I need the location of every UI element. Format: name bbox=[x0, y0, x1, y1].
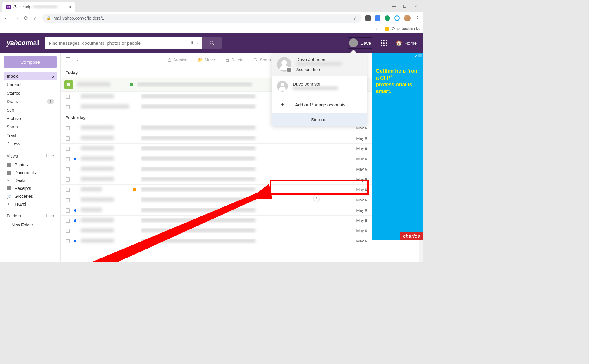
search-container: ⊪ ⌄ bbox=[45, 37, 222, 49]
view-deals[interactable]: ✂Deals bbox=[4, 177, 57, 184]
new-tab-button[interactable]: + bbox=[79, 3, 82, 9]
message-checkbox[interactable] bbox=[66, 188, 70, 192]
extension-icon[interactable] bbox=[394, 15, 400, 21]
bookmark-star-icon[interactable]: ☆ bbox=[353, 15, 357, 21]
view-documents[interactable]: Documents bbox=[4, 169, 57, 177]
minimize-button[interactable]: — bbox=[392, 4, 396, 8]
message-row[interactable]: May 6 bbox=[61, 195, 372, 205]
tab-close-icon[interactable]: × bbox=[69, 5, 71, 9]
forward-button[interactable]: → bbox=[13, 15, 19, 21]
compose-button[interactable]: Compose bbox=[4, 56, 57, 68]
message-row[interactable]: May 6 bbox=[61, 216, 372, 226]
yahoo-mail-logo[interactable]: yahoo!mail bbox=[7, 39, 39, 47]
delete-icon: 🗑 bbox=[225, 57, 229, 62]
sidebar-item-inbox[interactable]: Inbox 5 bbox=[4, 72, 57, 80]
message-row[interactable]: May 6 bbox=[61, 164, 372, 174]
message-row[interactable]: May 6 bbox=[61, 236, 372, 246]
account-name: Dave Johnson bbox=[293, 81, 362, 86]
account-primary[interactable]: Dave Johnson Account Info bbox=[272, 53, 367, 76]
add-manage-accounts[interactable]: + Add or Manage accounts bbox=[272, 96, 367, 113]
view-receipts[interactable]: Receipts bbox=[4, 184, 57, 192]
search-input[interactable] bbox=[49, 41, 190, 46]
view-groceries[interactable]: 🛒Groceries bbox=[4, 192, 57, 200]
message-row[interactable]: May 6 bbox=[61, 174, 372, 185]
camera-icon[interactable] bbox=[287, 67, 292, 72]
browser-menu-icon[interactable]: ⋮ bbox=[415, 15, 420, 21]
extension-icon[interactable] bbox=[365, 15, 371, 21]
spam-button[interactable]: 🛡Spam bbox=[254, 57, 271, 62]
search-filter-icon[interactable]: ⊪ ⌄ bbox=[190, 41, 199, 45]
close-window-button[interactable]: ✕ bbox=[414, 4, 417, 8]
views-hide-button[interactable]: Hide bbox=[46, 154, 54, 158]
message-checkbox[interactable] bbox=[66, 208, 70, 213]
extension-icon[interactable] bbox=[385, 15, 390, 21]
sign-out-button[interactable]: Sign out bbox=[272, 113, 367, 126]
message-row[interactable]: May 6 bbox=[61, 185, 372, 195]
account-name: Dave Johnson bbox=[296, 57, 362, 62]
view-photos[interactable]: Photos bbox=[4, 161, 57, 169]
message-checkbox[interactable] bbox=[66, 177, 70, 182]
other-bookmarks-button[interactable]: Other bookmarks bbox=[392, 27, 420, 31]
message-checkbox[interactable] bbox=[66, 167, 70, 171]
message-row[interactable]: May 6 bbox=[61, 154, 372, 164]
sidebar-item-unread[interactable]: Unread bbox=[4, 80, 57, 89]
folder-list: Inbox 5 Unread Starred Drafts 4 Sent Arc… bbox=[4, 72, 57, 148]
message-row[interactable]: May 6 bbox=[61, 205, 372, 216]
message-checkbox[interactable] bbox=[66, 229, 70, 233]
ad-close-icon[interactable]: × bbox=[415, 54, 417, 59]
sidebar-less-toggle[interactable]: ⌃ Less bbox=[4, 140, 57, 148]
bookmarks-overflow-icon[interactable]: » bbox=[376, 27, 378, 31]
select-all-checkbox[interactable] bbox=[66, 57, 70, 62]
ad-flag-icon[interactable] bbox=[418, 54, 422, 57]
sidebar-item-archive[interactable]: Archive bbox=[4, 114, 57, 123]
spam-icon: 🛡 bbox=[254, 57, 258, 62]
collapse-panel-icon[interactable]: › bbox=[313, 195, 320, 201]
view-travel[interactable]: ✈Travel bbox=[4, 200, 57, 208]
archive-button[interactable]: 🗄Archive bbox=[167, 57, 187, 62]
browser-tab[interactable]: (5 unread) - × bbox=[2, 2, 75, 12]
new-folder-button[interactable]: + New Folder bbox=[4, 221, 57, 229]
user-menu-button[interactable]: Dave bbox=[348, 37, 372, 49]
ad-panel: × Getting help from a CFP® professional … bbox=[372, 53, 423, 262]
search-box[interactable]: ⊪ ⌄ bbox=[45, 37, 202, 49]
search-button[interactable] bbox=[202, 37, 222, 49]
account-secondary[interactable]: Dave Johnson bbox=[272, 76, 367, 96]
advertisement[interactable]: × Getting help from a CFP® professional … bbox=[372, 53, 423, 240]
message-checkbox[interactable] bbox=[66, 95, 70, 99]
message-checkbox[interactable] bbox=[66, 136, 70, 141]
select-dropdown-icon[interactable]: ⌄ bbox=[76, 58, 79, 62]
tab-favicon bbox=[6, 5, 11, 9]
account-info-link[interactable]: Account Info bbox=[296, 67, 362, 72]
extension-icon[interactable] bbox=[375, 15, 380, 21]
move-button[interactable]: 📁Move bbox=[198, 57, 215, 62]
apps-grid-icon[interactable] bbox=[381, 40, 387, 46]
home-icon: 🏠 bbox=[395, 40, 402, 46]
message-checkbox[interactable] bbox=[66, 198, 70, 202]
back-button[interactable]: ← bbox=[4, 15, 10, 21]
folders-hide-button[interactable]: Hide bbox=[46, 213, 54, 218]
profile-avatar[interactable] bbox=[404, 15, 411, 21]
message-checkbox[interactable] bbox=[66, 105, 70, 109]
sidebar-item-trash[interactable]: Trash bbox=[4, 131, 57, 140]
account-avatar-icon bbox=[277, 57, 291, 72]
message-checkbox[interactable] bbox=[66, 219, 70, 223]
sidebar-item-sent[interactable]: Sent bbox=[4, 106, 57, 114]
home-button[interactable]: ⌂ bbox=[33, 15, 39, 21]
message-checkbox[interactable] bbox=[66, 239, 70, 243]
message-checkbox[interactable] bbox=[66, 157, 70, 161]
sidebar-item-starred[interactable]: Starred bbox=[4, 89, 57, 97]
home-link[interactable]: 🏠 Home bbox=[395, 40, 417, 46]
move-icon: 📁 bbox=[198, 57, 203, 62]
message-row[interactable]: May 6 bbox=[61, 133, 372, 144]
sidebar-item-drafts[interactable]: Drafts 4 bbox=[4, 97, 57, 106]
message-checkbox[interactable] bbox=[66, 147, 70, 151]
message-checkbox[interactable] bbox=[66, 126, 70, 130]
message-row[interactable]: May 6 bbox=[61, 226, 372, 236]
sidebar-item-spam[interactable]: Spam bbox=[4, 123, 57, 131]
message-row[interactable]: May 6 bbox=[61, 144, 372, 154]
archive-icon: 🗄 bbox=[167, 57, 171, 62]
delete-button[interactable]: 🗑Delete bbox=[225, 57, 243, 62]
maximize-button[interactable]: ☐ bbox=[403, 4, 407, 8]
url-bar[interactable]: 🔒 mail.yahoo.com/d/folders/1 ☆ bbox=[42, 14, 362, 23]
reload-button[interactable]: ⟳ bbox=[23, 15, 29, 21]
